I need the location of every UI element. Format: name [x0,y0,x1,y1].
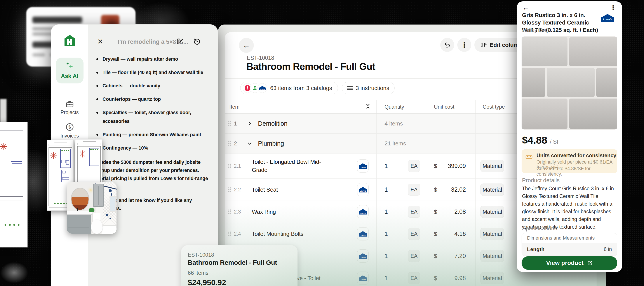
drag-handle-icon[interactable] [228,231,231,236]
undo-button[interactable] [440,38,454,52]
chevron-down-icon[interactable] [247,141,252,146]
lowes-badge[interactable]: Lowe's [357,183,368,196]
estimate-card-total: $24,950.92 [188,278,226,286]
cost-type-pill[interactable]: Material [480,272,504,284]
chat-bullet: Cabinets — double vanity [102,81,214,90]
chat-bullet: Contingency — 10% [102,144,214,153]
unit-cost-cell[interactable] [426,133,476,153]
lowes-badge[interactable]: Lowe's [357,249,368,262]
catalogs-pill[interactable]: Lowe's 63 items from 3 catalogs [240,82,338,94]
item-cell: 1Demolition [225,114,377,133]
drag-handle-icon[interactable] [228,121,231,126]
unit-cost-cell[interactable]: $7.20 [426,245,476,267]
chat-bullet: Countertops — quartz top [102,95,214,104]
cost-type-pill[interactable]: Material [480,206,504,218]
lowes-logo: Lowe's [359,187,367,193]
view-product-button[interactable]: View product [522,256,617,270]
chat-bullet-list: Drywall — wall repairs after demoTile — … [92,55,214,153]
cost-type-pill[interactable]: Material [480,250,504,262]
spec-value: 6 in [604,246,612,252]
quantity-cell[interactable]: 4 items [377,114,426,133]
unit-cost-cell[interactable]: $4.16 [426,223,476,245]
column-header-unit-cost[interactable]: Unit cost [426,100,476,113]
product-details-panel: ← ⋮ Gris Rustico 3 in. x 6 in. Glossy Te… [517,1,622,272]
unit-chip: EA [408,272,420,284]
item-name: Toilet Mounting Bolts [252,230,324,238]
chat-bullet: Tile — floor tile (40 sq ft) and shower … [102,68,214,77]
product-details-text: The Jeffrey Court Gris Rustico 3 in. x 6… [522,185,617,231]
product-details-heading: Product details [522,177,560,184]
currency-symbol: $ [434,275,437,282]
divider [56,87,84,87]
lowes-badge[interactable]: Lowe's [357,160,368,173]
lowes-logo: Lowe's [601,14,614,22]
unit-cost-cell[interactable]: $399.09 [426,154,476,179]
cost-type-pill[interactable]: Material [480,160,504,172]
unit-cost-value: 9.98 [454,275,466,282]
new-chat-icon[interactable] [176,37,185,46]
back-icon[interactable]: ← [522,4,529,11]
external-link-icon [587,260,593,266]
unit-chip: EA [408,250,420,262]
quantity-cell[interactable]: 1EA [377,179,426,201]
estimate-summary-card[interactable]: EST-10018 Bathroom Remodel - Full Gut 66… [181,245,298,286]
collapse-all-icon[interactable] [366,104,370,110]
specifications-heading: Specifications [522,225,557,232]
unit-cost-value: 7.20 [454,253,466,259]
drag-handle-icon[interactable] [228,209,231,214]
drag-handle-icon[interactable] [228,163,231,169]
close-icon[interactable]: ✕ [97,38,103,46]
drag-handle-icon[interactable] [228,187,231,192]
quantity-value: 1 [384,275,388,282]
undo-icon [444,42,450,48]
dollar-circle-icon: $ [66,123,74,131]
quantity-cell[interactable]: 21 items [377,133,426,153]
cost-type-pill[interactable]: Material [480,228,504,240]
unit-cost-cell[interactable]: $32.02 [426,179,476,201]
estimate-id: EST-10018 [247,55,274,61]
lowes-badge[interactable]: Lowe's [357,227,368,240]
history-icon[interactable] [193,37,202,46]
currency-symbol: $ [434,186,437,193]
quantity-cell[interactable]: 1EA [377,267,426,286]
item-cell: 2Plumbing [225,133,377,153]
sidebar-item-projects[interactable]: Projects [60,100,79,115]
kebab-icon[interactable]: ⋮ [610,4,616,12]
more-menu-button[interactable]: ⋮ [457,38,471,52]
column-header-item[interactable]: Item [225,100,377,113]
floor-plan-page [0,122,28,247]
handoff-logo-icon[interactable] [64,34,76,47]
unit-cost-cell[interactable]: $2.08 [426,201,476,223]
estimate-card-title: Bathroom Remodel - Full Gut [188,259,277,266]
quantity-cell[interactable]: 1EA [377,154,426,179]
quantity-cell[interactable]: 1EA [377,223,426,245]
sidebar-item-ask-ai[interactable]: Ask AI [56,58,84,83]
quantity-cell[interactable]: 1EA [377,201,426,223]
quantity-value: 1 [384,231,388,237]
sidebar-item-invoices[interactable]: $ Invoices [60,123,79,139]
lowes-badge[interactable]: Lowe's [357,271,368,285]
back-button[interactable]: ← [239,38,254,53]
lowes-badge[interactable]: Lowe's [357,205,368,218]
instructions-pill[interactable]: 3 instructions [342,82,394,94]
chat-bullet: Drywall — wall repairs after demo [102,55,214,64]
chat-bullet: Specialties — toilet, shower glass door,… [102,108,214,126]
group-name: Plumbing [258,140,284,147]
projects-label: Projects [60,109,79,115]
unit-cost-cell[interactable] [426,114,476,133]
quantity-cell[interactable]: 1EA [377,245,426,267]
drag-handle-icon[interactable] [228,141,231,146]
unit-chip: EA [408,228,420,240]
item-cell: 2.2Toilet SeatLowe's [225,179,377,201]
unit-cost-value: 4.16 [454,231,466,237]
item-name: Toilet Seat [252,186,324,194]
kebab-icon: ⋮ [460,42,468,48]
group-items-count: 4 items [384,120,403,127]
unit-cost-cell[interactable]: $9.98 [426,267,476,286]
back-icon: ← [243,41,250,50]
chevron-right-icon[interactable] [247,121,252,126]
column-header-quantity[interactable]: Quantity [377,100,426,113]
cost-type-pill[interactable]: Material [480,184,504,196]
currency-symbol: $ [434,208,437,215]
lowes-logo: Lowe's [359,209,367,215]
